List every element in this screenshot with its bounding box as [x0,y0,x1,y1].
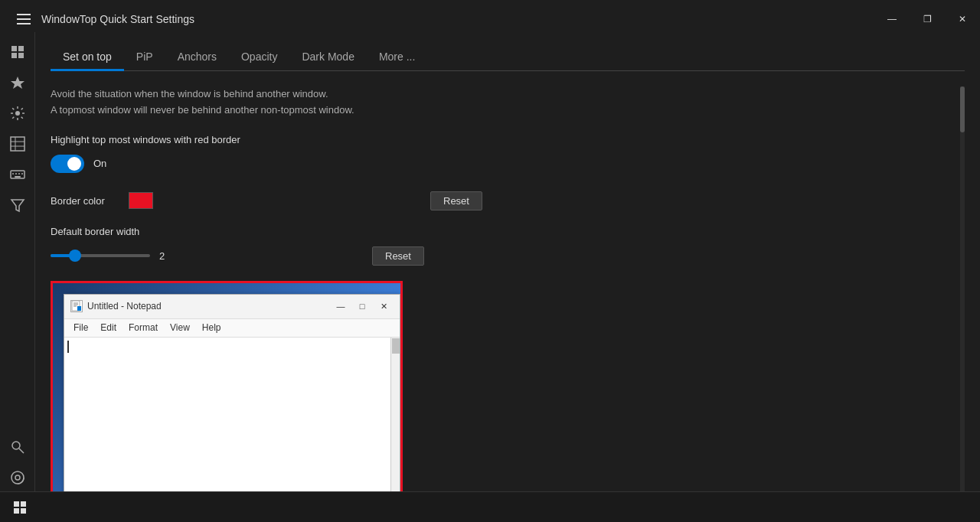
notepad-title-controls: — □ ✕ [331,299,394,314]
svg-rect-29 [21,508,26,514]
highlight-toggle[interactable] [51,155,84,173]
taskbar-home-button[interactable] [6,495,34,520]
description-line2: A topmost window will never be behind an… [51,104,354,116]
notepad-title-left: Untitled - Notepad [70,300,162,312]
tab-dark-mode[interactable]: Dark Mode [289,44,366,71]
border-color-swatch[interactable] [129,192,153,209]
close-button[interactable]: ✕ [945,7,980,31]
svg-rect-3 [18,53,24,58]
title-bar-controls: — ❐ ✕ [874,7,980,31]
description-text: Avoid the situation when the window is b… [51,86,962,119]
svg-line-18 [19,449,24,453]
tab-opacity[interactable]: Opacity [229,44,289,71]
content-area: Set on top PiP Anchors Opacity Dark Mode… [35,32,980,491]
content-wrapper: Avoid the situation when the window is b… [51,86,965,491]
slider-section: Default border width 2 Reset [51,226,962,266]
notepad-title-text: Untitled - Notepad [87,301,162,312]
notepad-title-bar: Untitled - Notepad — □ ✕ [64,295,400,319]
toggle-track [51,155,84,173]
notepad-menu-file[interactable]: File [67,321,94,334]
tab-anchors[interactable]: Anchors [165,44,229,71]
svg-marker-16 [11,200,24,211]
svg-marker-4 [11,77,24,89]
hamburger-icon[interactable] [14,11,34,28]
toggle-label: On [93,158,106,169]
notepad-preview: Untitled - Notepad — □ ✕ File [51,281,403,491]
svg-rect-0 [11,46,17,51]
tabs: Set on top PiP Anchors Opacity Dark Mode… [51,32,965,71]
title-bar: WindowTop Quick Start Settings — ❐ ✕ [0,0,980,32]
notepad-cursor [67,341,69,353]
svg-point-17 [12,442,20,449]
slider-value: 2 [159,250,175,262]
description-line1: Avoid the situation when the window is b… [51,88,328,100]
svg-point-19 [15,475,20,480]
slider-row: 2 Reset [51,246,962,266]
notepad-menu-edit[interactable]: Edit [94,321,122,334]
toggle-thumb [67,157,81,171]
reset-width-button[interactable]: Reset [372,246,424,266]
notepad-app-icon [70,300,83,312]
svg-rect-25 [77,306,81,311]
sidebar [0,32,35,491]
settings-scrollbar-thumb [960,86,965,132]
app-title: WindowTop Quick Start Settings [41,13,194,25]
notepad-window: Untitled - Notepad — □ ✕ File [64,294,400,491]
reset-border-color-button[interactable]: Reset [430,191,482,210]
notepad-menu-view[interactable]: View [164,321,196,334]
svg-rect-6 [11,137,24,151]
default-border-width-label: Default border width [51,226,962,237]
svg-rect-28 [14,508,19,514]
svg-rect-1 [18,46,24,51]
sidebar-item-at[interactable] [4,464,31,491]
sidebar-item-filter[interactable] [4,191,31,219]
slider-container[interactable] [51,246,150,265]
tab-more[interactable]: More ... [367,44,427,71]
main-layout: Set on top PiP Anchors Opacity Dark Mode… [0,32,980,491]
sidebar-item-keyboard[interactable] [4,161,31,188]
notepad-minimize-button[interactable]: — [331,299,351,314]
sidebar-item-settings[interactable] [4,100,31,127]
minimize-button[interactable]: — [874,7,910,31]
notepad-menu-format[interactable]: Format [122,321,164,334]
settings-content: Avoid the situation when the window is b… [51,86,965,491]
border-color-label: Border color [51,195,119,207]
svg-point-5 [15,111,20,116]
notepad-maximize-button[interactable]: □ [352,299,372,314]
highlight-label: Highlight top most windows with red bord… [51,134,962,145]
sidebar-item-star[interactable] [4,69,31,96]
border-color-row: Border color Reset [51,191,962,210]
desktop-background: Untitled - Notepad — □ ✕ File [51,281,403,491]
slider-thumb[interactable] [69,250,81,262]
svg-rect-26 [14,501,19,507]
tab-set-on-top[interactable]: Set on top [51,44,124,71]
notepad-scrollbar-v[interactable] [390,338,400,491]
svg-rect-27 [21,501,26,507]
sidebar-item-grid[interactable] [4,38,31,66]
sidebar-item-search[interactable] [4,433,31,461]
notepad-menu-help[interactable]: Help [196,321,227,334]
notepad-close-button[interactable]: ✕ [374,299,394,314]
settings-scrollbar[interactable] [960,86,965,491]
toggle-row: On [51,155,962,173]
notepad-scrollbar-thumb-v [392,338,400,354]
notepad-body [64,338,400,491]
slider-track [51,254,150,257]
sidebar-item-table[interactable] [4,130,31,158]
svg-rect-2 [11,53,17,58]
taskbar [0,491,980,522]
tab-pip[interactable]: PiP [124,44,165,71]
notepad-menu-bar: File Edit Format View Help [64,319,400,338]
maximize-button[interactable]: ❐ [910,7,945,31]
